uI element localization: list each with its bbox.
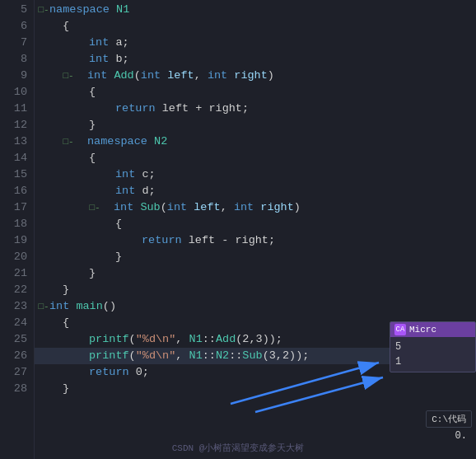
code-line-7-content: int a; bbox=[89, 35, 129, 51]
code-line-20: } bbox=[35, 249, 476, 265]
code-line-18: { bbox=[35, 216, 476, 232]
output-panel: CA Micrc 5 1 bbox=[390, 321, 476, 372]
code-line-26-content: printf("%d\n", N1::N2::Sub(3,2)); bbox=[89, 348, 309, 364]
path-label-box: C:\代码 bbox=[426, 410, 472, 428]
ln-18: 18 bbox=[0, 216, 27, 232]
fold-icon-23[interactable]: □- bbox=[38, 301, 49, 312]
watermark: CSDN @小树苗渴望变成参天大树 bbox=[172, 442, 305, 454]
code-line-23: □- int main() bbox=[35, 298, 476, 315]
output-panel-title: Micrc bbox=[409, 325, 436, 335]
ln-12: 12 bbox=[0, 117, 27, 133]
ln-14: 14 bbox=[0, 150, 27, 166]
fold-icon-5[interactable]: □- bbox=[38, 4, 49, 16]
code-line-10: { bbox=[35, 84, 476, 101]
ln-21: 21 bbox=[0, 265, 27, 282]
code-line-21: } bbox=[35, 265, 476, 282]
ln-6: 6 bbox=[0, 18, 27, 35]
code-line-20-content: } bbox=[115, 249, 122, 265]
code-line-18-content: { bbox=[115, 216, 122, 232]
code-line-9-content: int Add(int left, int right) bbox=[87, 68, 274, 84]
ln-9: 9 bbox=[0, 68, 27, 84]
ln-10: 10 bbox=[0, 84, 27, 101]
ln-8: 8 bbox=[0, 51, 27, 68]
microsoft-icon: CA bbox=[394, 324, 406, 335]
output-panel-header: CA Micrc bbox=[390, 322, 475, 337]
output-value-1: 5 bbox=[395, 340, 470, 354]
ln-16: 16 bbox=[0, 183, 27, 199]
ln-23: 23 bbox=[0, 298, 27, 315]
code-line-24-content: { bbox=[63, 315, 69, 331]
code-line-15: int c; bbox=[35, 166, 476, 183]
code-line-13-content: namespace N2 bbox=[87, 133, 167, 150]
code-line-19-content: return left - right; bbox=[142, 232, 275, 249]
code-area: □- namespace N1 { int a; int b; bbox=[35, 0, 476, 459]
code-line-19: return left - right; bbox=[35, 232, 476, 249]
fold-icon-9[interactable]: □- bbox=[63, 70, 74, 82]
output-values: 5 1 bbox=[390, 337, 475, 372]
code-line-5: □- namespace N1 bbox=[35, 2, 476, 18]
code-line-23-content: int main() bbox=[49, 298, 116, 315]
fold-icon-13[interactable]: □- bbox=[63, 136, 74, 148]
code-line-15-content: int c; bbox=[115, 166, 156, 183]
output-num2-box: 0. bbox=[450, 429, 472, 443]
code-line-10-content: { bbox=[89, 84, 96, 101]
code-line-14: { bbox=[35, 150, 476, 166]
code-line-22-content: } bbox=[63, 282, 69, 298]
line-numbers: 5 6 7 8 9 10 11 12 13 14 15 16 17 18 19 … bbox=[0, 0, 35, 459]
code-line-28-content: } bbox=[63, 381, 69, 397]
code-line-16-content: int d; bbox=[115, 183, 156, 199]
code-line-5-content: namespace N1 bbox=[49, 2, 129, 18]
code-line-25-content: printf("%d\n", N1::Add(2,3)); bbox=[89, 331, 282, 348]
code-line-12: } bbox=[35, 117, 476, 133]
code-line-6-content: { bbox=[63, 18, 69, 35]
ln-19: 19 bbox=[0, 232, 27, 249]
code-line-16: int d; bbox=[35, 183, 476, 199]
code-line-27-content: return 0; bbox=[89, 364, 149, 381]
ln-5: 5 bbox=[0, 2, 27, 18]
code-line-14-content: { bbox=[89, 150, 96, 166]
code-line-8: int b; bbox=[35, 51, 476, 68]
ln-26: 26 bbox=[0, 348, 27, 364]
ln-11: 11 bbox=[0, 101, 27, 117]
code-line-11-content: return left + right; bbox=[115, 101, 249, 117]
code-line-17: □- int Sub(int left, int right) bbox=[35, 199, 476, 216]
path-label: C:\代码 bbox=[432, 415, 466, 424]
code-line-12-content: } bbox=[89, 117, 96, 133]
code-line-6: { bbox=[35, 18, 476, 35]
code-editor: 5 6 7 8 9 10 11 12 13 14 15 16 17 18 19 … bbox=[0, 0, 476, 459]
code-line-11: return left + right; bbox=[35, 101, 476, 117]
code-line-17-content: int Sub(int left, int right) bbox=[114, 199, 301, 216]
ln-25: 25 bbox=[0, 331, 27, 348]
ln-28: 28 bbox=[0, 381, 27, 397]
ln-20: 20 bbox=[0, 249, 27, 265]
output-value-bottom: 0. bbox=[455, 430, 467, 442]
fold-icon-17[interactable]: □- bbox=[89, 202, 100, 213]
code-line-28: } bbox=[35, 381, 476, 397]
code-line-9: □- int Add(int left, int right) bbox=[35, 68, 476, 84]
output-value-2: 1 bbox=[395, 354, 470, 369]
code-line-8-content: int b; bbox=[89, 51, 129, 68]
ln-15: 15 bbox=[0, 166, 27, 183]
ln-27: 27 bbox=[0, 364, 27, 381]
code-line-22: } bbox=[35, 282, 476, 298]
code-line-7: int a; bbox=[35, 35, 476, 51]
ln-17: 17 bbox=[0, 199, 27, 216]
ln-7: 7 bbox=[0, 35, 27, 51]
ln-24: 24 bbox=[0, 315, 27, 331]
ln-22: 22 bbox=[0, 282, 27, 298]
code-line-21-content: } bbox=[89, 265, 96, 282]
ln-13: 13 bbox=[0, 133, 27, 150]
code-line-13: □- namespace N2 bbox=[35, 133, 476, 150]
